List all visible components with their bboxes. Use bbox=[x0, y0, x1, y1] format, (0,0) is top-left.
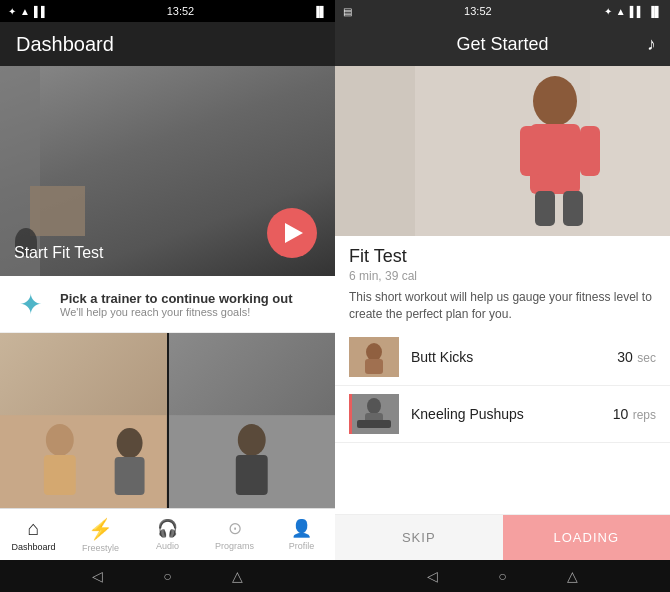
right-bluetooth-icon: ✦ bbox=[604, 6, 612, 17]
svg-rect-15 bbox=[535, 191, 555, 226]
nav-label-audio: Audio bbox=[156, 541, 179, 551]
notification-icon: ▤ bbox=[343, 6, 352, 17]
svg-point-6 bbox=[237, 424, 265, 456]
bottom-nav-left: ⌂ Dashboard ⚡ Freestyle 🎧 Audio ⊙ Progra… bbox=[0, 508, 335, 560]
get-started-title: Get Started bbox=[456, 34, 548, 55]
svg-rect-19 bbox=[365, 359, 383, 374]
svg-rect-4 bbox=[115, 457, 145, 495]
back-button-left[interactable]: ◁ bbox=[92, 568, 103, 584]
exercise-item-2: Kneeling Pushups 10 reps bbox=[335, 386, 670, 443]
home-icon: ⌂ bbox=[27, 517, 39, 540]
workout-hero-image bbox=[335, 66, 670, 236]
nav-label-dashboard: Dashboard bbox=[11, 542, 55, 552]
home-button-right[interactable]: ○ bbox=[498, 568, 506, 584]
svg-rect-10 bbox=[590, 66, 670, 236]
left-time: 13:52 bbox=[167, 5, 195, 17]
svg-point-1 bbox=[46, 424, 74, 456]
music-icon[interactable]: ♪ bbox=[647, 34, 656, 55]
bluetooth-icon: ✦ bbox=[8, 6, 16, 17]
svg-point-11 bbox=[533, 76, 577, 126]
svg-rect-16 bbox=[563, 191, 583, 226]
right-battery-icon: ▐▌ bbox=[648, 6, 662, 17]
back-button-right[interactable]: ◁ bbox=[427, 568, 438, 584]
svg-rect-14 bbox=[580, 126, 600, 176]
android-nav-right: ◁ ○ △ bbox=[335, 560, 670, 592]
workout-description: This short workout will help us gauge yo… bbox=[349, 289, 656, 323]
play-button[interactable] bbox=[267, 208, 317, 258]
start-fit-label: Start Fit Test bbox=[14, 244, 104, 262]
recent-button-left[interactable]: △ bbox=[232, 568, 243, 584]
signal-icon: ▌▌ bbox=[34, 6, 48, 17]
workout-info: Fit Test 6 min, 39 cal This short workou… bbox=[335, 236, 670, 329]
nav-item-dashboard[interactable]: ⌂ Dashboard bbox=[0, 509, 67, 560]
right-battery-icons: ✦ ▲ ▌▌ ▐▌ bbox=[604, 6, 662, 17]
battery-icon: ▐▌ bbox=[313, 6, 327, 17]
exercise-unit-1: sec bbox=[637, 351, 656, 365]
svg-point-18 bbox=[366, 343, 382, 361]
svg-point-21 bbox=[367, 398, 381, 414]
wifi-icon: ▲ bbox=[20, 6, 30, 17]
exercise-red-bar bbox=[349, 394, 352, 434]
nav-label-programs: Programs bbox=[215, 541, 254, 551]
svg-rect-2 bbox=[44, 455, 76, 495]
bottom-actions: SKIP LOADING bbox=[335, 514, 670, 560]
exercise-unit-2: reps bbox=[633, 408, 656, 422]
exercise-thumb-1 bbox=[349, 337, 399, 377]
loading-button[interactable]: LOADING bbox=[503, 515, 671, 560]
status-bar-right: ▤ 13:52 ✦ ▲ ▌▌ ▐▌ bbox=[335, 0, 670, 22]
nav-item-programs[interactable]: ⊙ Programs bbox=[201, 509, 268, 560]
hero-video-area[interactable]: Start Fit Test bbox=[0, 66, 335, 276]
play-icon bbox=[285, 223, 303, 243]
nav-item-audio[interactable]: 🎧 Audio bbox=[134, 509, 201, 560]
person-icon: 👤 bbox=[291, 518, 312, 539]
svg-rect-13 bbox=[520, 126, 540, 176]
right-time: 13:52 bbox=[464, 5, 492, 17]
right-wifi-icon: ▲ bbox=[616, 6, 626, 17]
left-panel: ✦ ▲ ▌▌ 13:52 ▐▌ Dashboard Start Fit Test… bbox=[0, 0, 335, 592]
workout-meta: 6 min, 39 cal bbox=[349, 269, 656, 283]
trainer-card[interactable]: ✦ Pick a trainer to continue working out… bbox=[0, 276, 335, 333]
svg-rect-9 bbox=[335, 66, 415, 236]
right-status-icons: ▤ bbox=[343, 6, 352, 17]
trainer-card-title: Pick a trainer to continue working out bbox=[60, 291, 293, 306]
exercise-name-2: Kneeling Pushups bbox=[411, 406, 601, 422]
nav-label-freestyle: Freestyle bbox=[82, 543, 119, 553]
skip-button[interactable]: SKIP bbox=[335, 515, 503, 560]
workout-title: Fit Test bbox=[349, 246, 656, 267]
svg-rect-23 bbox=[357, 420, 391, 428]
programs-icon: ⊙ bbox=[228, 518, 242, 539]
exercise-count-1: 30 bbox=[617, 349, 633, 365]
nav-label-profile: Profile bbox=[289, 541, 315, 551]
exercise-item-1: Butt Kicks 30 sec bbox=[335, 329, 670, 386]
home-button-left[interactable]: ○ bbox=[163, 568, 171, 584]
exercise-name-1: Butt Kicks bbox=[411, 349, 605, 365]
trainer-star-icon: ✦ bbox=[12, 286, 48, 322]
trainer-text: Pick a trainer to continue working out W… bbox=[60, 291, 293, 318]
trainer-card-subtitle: We'll help you reach your fitness goals! bbox=[60, 306, 293, 318]
status-bar-left: ✦ ▲ ▌▌ 13:52 ▐▌ bbox=[0, 0, 335, 22]
lightning-icon: ⚡ bbox=[88, 517, 113, 541]
android-nav-left: ◁ ○ △ bbox=[0, 560, 335, 592]
nav-item-profile[interactable]: 👤 Profile bbox=[268, 509, 335, 560]
left-header: Dashboard bbox=[0, 22, 335, 66]
exercise-count-block-1: 30 sec bbox=[617, 348, 656, 366]
svg-rect-7 bbox=[235, 455, 267, 495]
exercise-count-2: 10 bbox=[613, 406, 629, 422]
left-battery-icons: ▐▌ bbox=[313, 6, 327, 17]
exercise-thumb-2 bbox=[349, 394, 399, 434]
recent-button-right[interactable]: △ bbox=[567, 568, 578, 584]
nav-item-freestyle[interactable]: ⚡ Freestyle bbox=[67, 509, 134, 560]
headphone-icon: 🎧 bbox=[157, 518, 178, 539]
dashboard-title: Dashboard bbox=[16, 33, 114, 56]
hero-box bbox=[30, 186, 85, 236]
exercise-count-block-2: 10 reps bbox=[613, 405, 656, 423]
right-signal-icon: ▌▌ bbox=[630, 6, 644, 17]
svg-point-3 bbox=[117, 428, 143, 458]
trainer-hero-svg bbox=[335, 66, 670, 236]
right-panel: ▤ 13:52 ✦ ▲ ▌▌ ▐▌ Get Started ♪ Fit bbox=[335, 0, 670, 592]
right-header: Get Started ♪ bbox=[335, 22, 670, 66]
left-status-icons: ✦ ▲ ▌▌ bbox=[8, 6, 48, 17]
